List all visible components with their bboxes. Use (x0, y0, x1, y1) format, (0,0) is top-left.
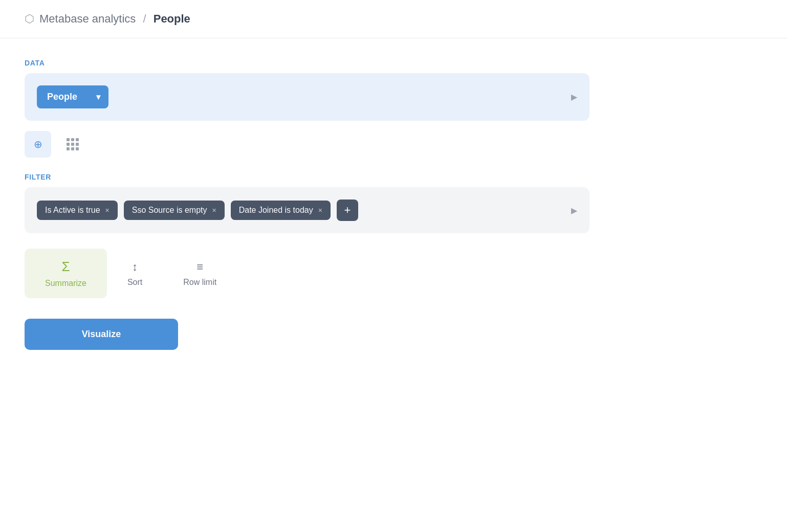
row-limit-icon: ≡ (196, 260, 203, 274)
chevron-down-icon[interactable]: ▾ (88, 86, 108, 108)
row-limit-button[interactable]: ≡ Row limit (163, 250, 237, 297)
filter-container: Is Active is true × Sso Source is empty … (25, 187, 589, 233)
breadcrumb: Metabase analytics / People (39, 12, 190, 26)
grid-dot (76, 138, 79, 141)
sort-label: Sort (127, 278, 142, 287)
summarize-button[interactable]: Σ Summarize (25, 249, 107, 298)
sort-icon: ↕ (132, 260, 138, 274)
table-name: People (37, 85, 88, 108)
filter-chip-label: Sso Source is empty (132, 206, 207, 215)
custom-columns-icon (67, 138, 79, 150)
grid-dot (71, 138, 74, 141)
custom-columns-button[interactable] (59, 131, 86, 158)
filter-chip-date-joined[interactable]: Date Joined is today × (231, 201, 331, 220)
sort-button[interactable]: ↕ Sort (107, 250, 163, 297)
filter-chip-close-icon[interactable]: × (105, 207, 110, 214)
breadcrumb-separator: / (143, 12, 146, 25)
filter-chip-label: Is Active is true (45, 206, 100, 215)
grid-dot (67, 138, 70, 141)
header: ⬡ Metabase analytics / People (0, 0, 787, 38)
data-section-label: Data (25, 59, 589, 67)
add-filter-button[interactable]: + (337, 199, 358, 221)
filter-chip-label: Date Joined is today (239, 206, 313, 215)
grid-dot (76, 147, 79, 150)
breadcrumb-current: People (154, 12, 190, 25)
toolbar-row: ⊕ (25, 131, 589, 158)
filter-section-arrow-icon[interactable]: ▶ (571, 206, 577, 215)
data-section: People ▾ ▶ (25, 73, 589, 121)
join-button[interactable]: ⊕ (25, 131, 51, 158)
filter-chip-sso-source[interactable]: Sso Source is empty × (124, 201, 225, 220)
filter-chip-close-icon[interactable]: × (212, 207, 216, 214)
data-section-arrow-icon[interactable]: ▶ (571, 92, 577, 102)
visualize-button[interactable]: Visualize (25, 319, 178, 350)
table-picker-button[interactable]: People ▾ (37, 85, 108, 108)
grid-dot (67, 147, 70, 150)
metabase-icon: ⬡ (25, 12, 34, 26)
grid-dot (76, 143, 79, 146)
row-limit-label: Row limit (183, 278, 216, 287)
join-icon: ⊕ (34, 138, 42, 150)
grid-dot (71, 147, 74, 150)
summarize-label: Summarize (45, 279, 86, 288)
main-content: Data People ▾ ▶ ⊕ Filter (0, 38, 614, 370)
grid-dot (67, 143, 70, 146)
sigma-icon: Σ (61, 259, 70, 275)
action-row: Σ Summarize ↕ Sort ≡ Row limit (25, 249, 589, 298)
grid-dot (71, 143, 74, 146)
filter-chip-is-active[interactable]: Is Active is true × (37, 201, 118, 220)
breadcrumb-parent[interactable]: Metabase analytics (39, 12, 136, 25)
filter-section-label: Filter (25, 173, 589, 181)
filter-chip-close-icon[interactable]: × (318, 207, 322, 214)
